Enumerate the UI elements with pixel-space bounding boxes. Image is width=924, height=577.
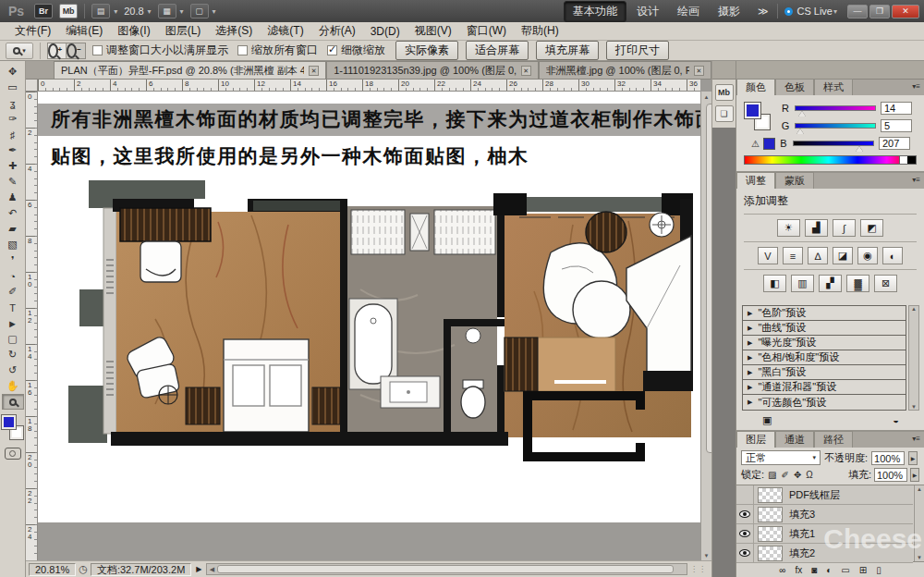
layer-row[interactable]: 填充2 [736,544,913,563]
preset-item[interactable]: ▶ "黑白"预设 [743,365,906,380]
panel-menu-icon[interactable]: ▾≡ [912,82,920,91]
expand-triangle-icon[interactable]: ▶ [748,369,752,376]
view-extras-icon[interactable]: ▤ [91,4,110,18]
hand-tool[interactable]: ✋ [2,378,24,394]
zoom-tool-preset[interactable]: ▾ [6,43,33,59]
minimize-button[interactable]: — [847,5,868,18]
preset-item[interactable]: ▶ "色相/饱和度"预设 [743,350,906,365]
expand-triangle-icon[interactable]: ▶ [748,325,752,332]
panel-tab[interactable]: 样式 [814,79,853,95]
brush-tool[interactable]: ✎ [2,174,24,190]
panel-menu-icon[interactable]: ▾≡ [912,176,920,184]
horizontal-scrollbar[interactable]: ◀ [206,563,687,575]
layer-name[interactable]: PDF线框层 [789,488,840,502]
invert-icon[interactable]: ◧ [763,275,786,292]
menu-item[interactable]: 视图(V) [407,21,459,41]
fill-spinner-icon[interactable]: ▶ [910,468,919,482]
panel-menu-icon[interactable]: ▾≡ [912,435,920,443]
option-button[interactable]: 打印尺寸 [606,41,669,60]
menu-item[interactable]: 图像(I) [110,21,157,41]
zoom-out-button[interactable]: − [67,43,85,58]
scroll-down-icon[interactable]: ▼ [911,404,917,410]
spot-healing-tool[interactable]: ✚ [2,158,24,174]
zoom-in-button[interactable]: + [48,43,67,58]
pen-tool[interactable]: ✐ [2,284,24,300]
photo-filter-icon[interactable]: ◉ [857,247,878,264]
vibrance-icon[interactable]: V [758,247,778,264]
lock-all-icon[interactable]: Ω [806,470,812,480]
menu-item[interactable]: 编辑(E) [58,21,110,41]
mini-bridge-icon[interactable]: Mb [715,84,734,101]
scrollbar-thumb[interactable] [706,104,711,453]
brightness-contrast-icon[interactable]: ☀ [777,219,800,237]
quick-selection-tool[interactable]: ✑ [2,111,24,127]
threshold-icon[interactable]: ▞ [819,275,842,292]
layer-name[interactable]: 填充1 [789,527,815,541]
status-options-icon[interactable]: ▶ [194,565,203,573]
curves-icon[interactable]: ∫ [833,219,856,237]
panel-tab[interactable]: 路径 [814,431,853,448]
lasso-tool[interactable]: ʓ [2,95,24,111]
option-checkbox[interactable]: 细微缩放 [327,43,385,58]
presets-scrollbar[interactable]: ▲ ▼ [908,305,919,411]
zoom-tool[interactable] [2,394,24,410]
menu-item[interactable]: 3D(D) [363,23,407,40]
option-checkbox[interactable]: 缩放所有窗口 [237,43,318,58]
preset-item[interactable]: ▶ "曝光度"预设 [743,336,906,350]
layer-name[interactable]: 填充3 [789,508,815,522]
slider-marker[interactable] [798,111,806,117]
foreground-color-swatch[interactable] [2,415,16,429]
scrollbar-thumb[interactable] [217,565,673,573]
shape-tool[interactable]: ▢ [2,331,24,347]
menu-item[interactable]: 滤镜(T) [260,21,310,41]
layer-row[interactable]: PDF线框层 [736,485,913,505]
move-tool[interactable]: ✥ [2,64,24,80]
menu-item[interactable]: 文件(F) [7,21,58,41]
menu-item[interactable]: 选择(S) [208,21,260,41]
green-value-input[interactable]: 5 [881,119,912,132]
panel-switch-icon[interactable]: ▣ [762,414,772,426]
path-selection-tool[interactable]: ► [2,315,24,331]
visibility-toggle[interactable] [736,544,754,562]
workspace-button[interactable]: 基本功能 [564,1,626,22]
scroll-up-icon[interactable]: ▲ [911,306,917,312]
delete-layer-icon[interactable]: ▯ [876,565,881,575]
hue-saturation-icon[interactable]: ≡ [783,247,803,264]
tab-close-icon[interactable]: ✕ [521,66,531,76]
lock-position-icon[interactable]: ✥ [794,470,801,480]
gradient-map-icon[interactable]: ▓ [846,275,869,292]
quick-mask-button[interactable] [5,448,21,460]
panel-tab[interactable]: 图层 [736,431,775,448]
slider-marker[interactable] [856,146,863,152]
scroll-up-icon[interactable]: ▲ [704,92,710,102]
option-button[interactable]: 实际像素 [395,41,458,60]
layer-group-icon[interactable]: ▭ [841,565,849,575]
menu-item[interactable]: 窗口(W) [459,21,514,41]
tab-close-icon[interactable]: ✕ [309,66,319,76]
layer-thumbnail[interactable] [758,546,783,561]
preset-item[interactable]: ▶ "曲线"预设 [743,321,906,336]
eraser-tool[interactable]: ▰ [2,221,24,237]
3d-rotate-tool[interactable]: ↻ [2,347,24,362]
cs-live-button[interactable]: CS Live ▾ [784,6,837,17]
panel-tab[interactable]: 蒙版 [775,172,814,189]
vertical-scrollbar[interactable]: ▲ ▼ [700,92,711,560]
mini-bridge-launch-icon[interactable]: Mb [59,4,78,18]
checkbox-icon[interactable] [327,45,337,55]
layer-row[interactable]: 填充1 [736,524,913,544]
visibility-toggle[interactable] [736,524,754,543]
opacity-spinner-icon[interactable]: ▶ [908,451,918,465]
crop-tool[interactable]: ♯ [2,127,24,142]
green-slider[interactable] [795,123,876,129]
dodge-tool[interactable]: ◔ [2,268,24,284]
red-slider[interactable] [795,105,876,111]
restore-button[interactable]: ❐ [869,5,890,18]
option-button[interactable]: 填充屏幕 [536,41,599,60]
panel-tab[interactable]: 通道 [775,431,814,448]
panel-tab[interactable]: 色板 [775,79,814,95]
layer-thumbnail[interactable] [758,526,783,542]
expand-triangle-icon[interactable]: ▶ [748,310,752,317]
preset-item[interactable]: ▶ "色阶"预设 [743,306,906,321]
expand-triangle-icon[interactable]: ▶ [748,354,752,362]
menu-item[interactable]: 分析(A) [311,21,363,41]
